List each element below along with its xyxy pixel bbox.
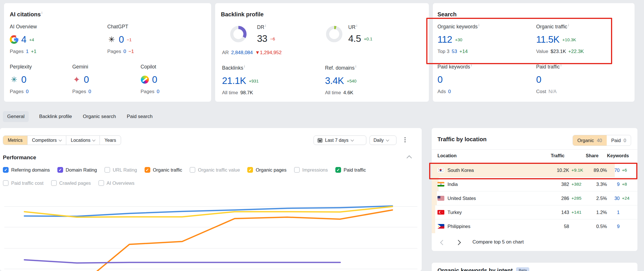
text-part: Pages <box>72 89 86 95</box>
ur-delta: +0.1 <box>364 36 372 41</box>
metric-checkbox-paid-traffic[interactable]: ✓Paid traffic <box>335 167 366 173</box>
share-value: 3.3% <box>586 182 607 187</box>
engine-value: 0 <box>84 74 89 85</box>
engine-delta: −1 <box>127 37 132 42</box>
collapse-chevron-up-icon[interactable] <box>406 155 412 160</box>
stat-sub-row: CostN/A <box>536 89 631 95</box>
location-cell: South Korea <box>437 168 551 173</box>
metric-checkbox-paid-traffic-cost[interactable]: Paid traffic cost <box>3 180 44 186</box>
text-part: 2,848,084 <box>231 50 253 56</box>
performance-title: Performance <box>3 154 36 161</box>
tab-paid-search[interactable]: Paid search <box>126 111 153 122</box>
date-range-button[interactable]: Last 7 days <box>314 136 366 145</box>
stat-label: Paid traffic <box>536 64 631 70</box>
text-part: Ads <box>437 89 446 95</box>
info-icon[interactable] <box>561 63 561 67</box>
info-icon[interactable] <box>356 24 357 28</box>
traffic-row-turkey[interactable]: Turkey143+1411.2%1 <box>432 205 637 219</box>
filter-segment-metrics[interactable]: Metrics <box>3 136 27 145</box>
stat-value-row: 0 <box>536 74 631 85</box>
info-icon[interactable] <box>244 64 245 68</box>
checkbox-unchecked-icon <box>294 167 300 173</box>
copilot-icon <box>141 75 149 84</box>
granularity-button[interactable]: Daily <box>369 136 396 145</box>
text-part: Pages <box>10 49 24 54</box>
checkbox-checked-icon: ✓ <box>145 167 150 173</box>
stat-value-row: 112+30 <box>437 34 532 45</box>
checkbox-label: Organic traffic value <box>198 167 240 173</box>
metric-checkbox-referring-domains[interactable]: ✓Referring domains <box>3 167 50 173</box>
traffic-delta: +141 <box>569 210 586 215</box>
traffic-row-india[interactable]: India382+3823.3%9+8 <box>432 177 637 191</box>
performance-chart <box>0 189 422 271</box>
flag-tr-icon <box>437 210 444 215</box>
traffic-row-united-states[interactable]: United States286+2852.5%30+24 <box>432 191 637 205</box>
pagination-prev-icon[interactable] <box>440 240 445 245</box>
traffic-row-philippines[interactable]: Philippines580.5%9 <box>432 219 637 233</box>
more-options-button[interactable] <box>404 137 406 143</box>
metric-checkbox-url-rating[interactable]: URL Rating <box>104 167 137 173</box>
traffic-delta: +285 <box>569 196 586 201</box>
keywords-value: 9 <box>607 182 620 187</box>
toggle-paid[interactable]: Paid 0 <box>607 135 631 146</box>
metric-checkbox-crawled-pages[interactable]: Crawled pages <box>51 180 91 186</box>
engine-name: ChatGPT <box>107 24 202 30</box>
main-content-card: MetricsCompetitorsLocationsYears Last 7 … <box>0 128 422 271</box>
filter-segment-competitors[interactable]: Competitors <box>27 136 66 145</box>
tab-organic-search[interactable]: Organic search <box>82 111 116 122</box>
checkbox-label: Crawled pages <box>59 180 91 186</box>
toggle-organic[interactable]: Organic 40 <box>573 135 607 146</box>
flag-kr-icon <box>437 168 444 172</box>
checkbox-label: AI Overviews <box>107 180 135 186</box>
search-stat-organic-traffic: Organic traffic11.5K+10.3KValue$23.1K+22… <box>536 24 631 54</box>
metric-checkbox-organic-traffic-value[interactable]: Organic traffic value <box>190 167 240 173</box>
location-cell: United States <box>437 196 551 201</box>
traffic-table-body: South Korea10.2K+9.1K89.0%70+6India382+3… <box>432 163 637 233</box>
compare-top5-link[interactable]: Compare top 5 on chart <box>472 239 524 245</box>
tab-backlink-profile[interactable]: Backlink profile <box>38 111 72 122</box>
metric-checkbox-domain-rating[interactable]: ✓Domain Rating <box>57 167 97 173</box>
dr-metric: DR 33−6 <box>257 24 275 48</box>
text-part: All time <box>325 90 341 96</box>
country-name: Turkey <box>448 210 462 215</box>
country-name: Philippines <box>448 224 470 229</box>
perplexity-icon: ✳ <box>10 75 18 84</box>
search-title: Search <box>437 11 457 18</box>
text-part: Cost <box>536 89 546 95</box>
info-icon[interactable] <box>568 23 569 27</box>
text-part: 4.6K <box>343 90 353 96</box>
info-icon[interactable] <box>355 64 356 68</box>
info-icon[interactable] <box>265 24 266 28</box>
keywords-by-intent-title: Organic keywords by intentBeta <box>437 267 529 271</box>
ur-metric: UR 4.5+0.1 <box>348 24 372 48</box>
dr-delta: −6 <box>270 36 275 41</box>
pagination-next-icon[interactable] <box>456 240 461 245</box>
tab-general[interactable]: General <box>3 111 29 122</box>
metric-checkbox-organic-pages[interactable]: ✓Organic pages <box>247 167 286 173</box>
info-icon[interactable] <box>471 63 472 67</box>
filter-segment-years[interactable]: Years <box>100 136 120 145</box>
text-part: Pages <box>10 89 24 95</box>
filter-segment-locations[interactable]: Locations <box>66 136 100 145</box>
ref-domains-alltime: All time4.6K <box>325 90 420 96</box>
flag-in-icon <box>437 182 444 186</box>
keywords-value: 30 <box>607 196 620 201</box>
traffic-value: 58 <box>551 224 569 229</box>
location-cell: Turkey <box>437 210 551 215</box>
dashboard: AI citations AI Overview4+4Pages1+1ChatG… <box>0 0 644 271</box>
traffic-table-header: Location Traffic Share Keywords <box>432 150 637 161</box>
traffic-row-south-korea[interactable]: South Korea10.2K+9.1K89.0%70+6 <box>432 163 637 177</box>
metric-checkbox-ai-overviews[interactable]: AI Overviews <box>98 180 135 186</box>
text-part: 0 <box>448 89 451 95</box>
beta-badge: Beta <box>516 267 529 271</box>
share-bar <box>432 219 435 233</box>
metric-checkbox-impressions[interactable]: Impressions <box>294 167 328 173</box>
info-icon[interactable] <box>42 11 42 15</box>
checkbox-label: URL Rating <box>113 167 137 173</box>
metric-checkbox-organic-traffic[interactable]: ✓Organic traffic <box>145 167 182 173</box>
info-icon[interactable] <box>478 23 479 27</box>
stat-delta: +30 <box>455 37 462 42</box>
engine-pages-row: Pages1+1 <box>10 49 104 54</box>
keywords-by-intent-card: Organic keywords by intentBeta <box>432 263 637 271</box>
engine-value: 4 <box>21 34 26 45</box>
